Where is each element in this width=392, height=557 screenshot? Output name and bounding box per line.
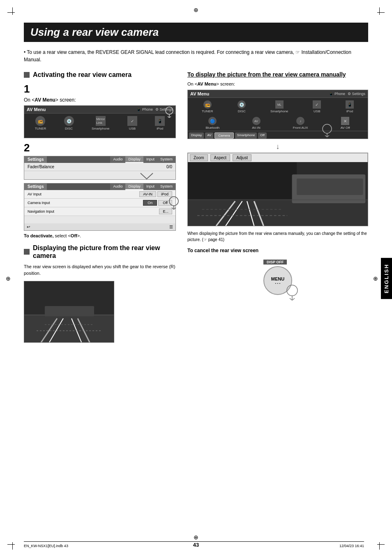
disc-icon-right: 💿 DISC xyxy=(238,100,246,113)
fader-label: Fader/Balance xyxy=(28,165,54,169)
adjust-btn[interactable]: Adjust xyxy=(233,154,251,161)
av-in-icon-right: AV AV-IN xyxy=(252,117,260,130)
phone-icon-right: 📱 Phone xyxy=(329,92,345,96)
intro-main: To use a rear view camera, the REVERSE G… xyxy=(27,49,294,55)
usb-icon-right: ✓ USB xyxy=(313,100,321,113)
settings-label1: Settings xyxy=(24,156,47,163)
display-tab1: Display xyxy=(125,156,143,163)
touch-hand-camera-icon xyxy=(168,196,180,210)
intro-text: • To use a rear view camera, the REVERSE… xyxy=(24,49,368,63)
two-col-layout: Activating the rear view camera 1 On <AV… xyxy=(24,71,368,343)
svg-point-18 xyxy=(323,124,332,133)
tuner-icon: 📻 TUNER xyxy=(35,116,46,130)
menu-button-wrap: DISP OFF MENU • • • xyxy=(187,258,368,295)
disc-icon: 💿 DISC xyxy=(64,116,74,130)
av-bottom-row-right: Display AV Camera Smartphone Off xyxy=(188,131,368,139)
settings-icon-right: ⚙ Settings xyxy=(348,92,365,96)
audio-tab1: Audio xyxy=(110,156,125,163)
av-menu-screen-right-top: AV Menu 📱 Phone ⚙ Settings 📻 TUNER 💿 DIS… xyxy=(187,90,368,139)
av-icons-row-right-1: 📻 TUNER 💿 DISC ML Smartphone ✓ USB xyxy=(188,98,368,116)
av-input-row: AV Input AV-IN iPod xyxy=(24,190,175,199)
off-bottom-btn[interactable]: Off xyxy=(258,132,267,139)
right-camera-svg xyxy=(188,162,368,226)
section2-heading: Displaying the picture from the rear vie… xyxy=(24,244,176,260)
front-aux-icon-right: ♪ Front AUX xyxy=(293,117,308,130)
left-column: Activating the rear view camera 1 On <AV… xyxy=(24,71,176,343)
display-tab2: Display xyxy=(125,183,143,190)
ui-header-title: AV Menu xyxy=(27,107,46,112)
zoom-btn[interactable]: Zoom xyxy=(190,154,208,161)
arrow-down-icon xyxy=(138,172,155,180)
smartphone-icon: MirrorLink Smartphone xyxy=(92,116,110,130)
ipod-icon: 📱 iPod xyxy=(155,116,165,130)
input-tab1: Input xyxy=(143,156,157,163)
section2-box-icon xyxy=(24,249,30,255)
zoom-toolbar: Zoom Aspect Adjust xyxy=(188,153,368,162)
right-sub-text: On <AV Menu> screen: xyxy=(187,81,368,86)
smartphone-bottom-btn[interactable]: Smartphone xyxy=(235,132,257,139)
svg-line-37 xyxy=(292,298,295,300)
touch-hand-menu-icon xyxy=(286,285,302,301)
nav-input-label: Navigation Input xyxy=(28,209,159,214)
svg-rect-9 xyxy=(24,314,114,342)
section-box-icon xyxy=(24,72,30,78)
section2-title: Displaying the picture from the rear vie… xyxy=(33,244,176,260)
step2: 2 Settings Audio Display Input System Fa… xyxy=(24,142,176,231)
ui-header: AV Menu 📱 Phone ⚙ Settings xyxy=(24,106,175,114)
av-input-label: AV Input xyxy=(28,192,139,196)
language-tab: ENGLISH xyxy=(381,258,392,299)
step1-instruction: On <AV Menu> screen: xyxy=(24,97,176,103)
page-number: 43 xyxy=(193,542,199,548)
step2-num: 2 xyxy=(24,142,176,154)
bluetooth-icon-right: 🔵 Bluetooth xyxy=(206,117,220,130)
menu-button-dots: • • • xyxy=(275,281,281,285)
footer-left: EN_KW-NSX1[EU].indb 43 xyxy=(24,544,68,548)
rear-view-text: The rear view screen is displayed when y… xyxy=(24,263,176,277)
svg-line-36 xyxy=(290,298,292,300)
step1-num: 1 xyxy=(24,83,176,95)
av-icons-row: 📻 TUNER 💿 DISC MirrorLink Smartphone xyxy=(24,114,175,133)
input-tab2: Input xyxy=(143,183,157,190)
menu-btn[interactable]: ☰ xyxy=(169,225,173,229)
settings-label2: Settings xyxy=(24,183,47,190)
smartphone-icon-right: ML Smartphone xyxy=(270,100,288,113)
right-column: To display the picture from the rear vie… xyxy=(187,71,368,343)
cancel-heading: To cancel the rear view screen xyxy=(187,248,368,253)
on-btn[interactable]: On xyxy=(143,200,157,206)
system-tab1: System xyxy=(157,156,175,163)
top-crosshair: ⊕ xyxy=(194,7,198,13)
touch-hand-av-icon xyxy=(321,124,333,138)
deactivate-note: To deactivate, select <Off>. xyxy=(24,233,176,238)
system-tab2: System xyxy=(157,183,175,190)
display-bottom-btn[interactable]: Display xyxy=(189,132,204,139)
svg-rect-15 xyxy=(45,306,94,316)
nav-input-row: Navigation Input E... xyxy=(24,207,175,216)
step1: 1 On <AV Menu> screen: AV Menu 📱 Phone ⚙… xyxy=(24,83,176,138)
av-menu-screen-step1: AV Menu 📱 Phone ⚙ Settings xyxy=(24,105,176,138)
touch-hand-icon xyxy=(165,107,174,118)
av-menu-header-right: AV Menu 📱 Phone ⚙ Settings xyxy=(188,90,368,98)
av-header-icons-right: 📱 Phone ⚙ Settings xyxy=(329,92,365,96)
svg-point-34 xyxy=(287,285,297,296)
bottom-crosshair: ⊕ xyxy=(194,534,198,541)
back-btn[interactable]: ↩ xyxy=(27,225,30,229)
section2: Displaying the picture from the rear vie… xyxy=(24,244,176,342)
audio-tab2: Audio xyxy=(110,183,125,190)
av-bottom-btn[interactable]: AV xyxy=(205,132,213,139)
section1-heading: Activating the rear view camera xyxy=(24,71,176,79)
svg-point-4 xyxy=(169,197,178,206)
av-icons-row-right-2: 🔵 Bluetooth AV AV-IN ♪ Front AUX ✕ AV Of… xyxy=(188,116,368,131)
camera-bottom-btn[interactable]: Camera xyxy=(214,132,233,139)
rear-camera-svg-left xyxy=(24,281,114,342)
usb-icon: ✓ USB xyxy=(127,116,137,130)
av-off-icon-right: ✕ AV Off xyxy=(341,117,350,130)
menu-button-container: DISP OFF MENU • • • xyxy=(263,258,292,295)
phone-icon: 📱 Phone xyxy=(136,107,153,111)
right-camera-image xyxy=(188,162,368,226)
left-crosshair: ⊕ xyxy=(6,275,11,282)
right-crosshair: ⊕ xyxy=(373,275,378,282)
page-title: Using a rear view camera xyxy=(24,23,368,42)
manual-display-heading: To display the picture from the rear vie… xyxy=(187,71,368,78)
aspect-btn[interactable]: Aspect xyxy=(210,154,231,161)
camera-input-row: Camera Input On Off xyxy=(24,199,175,207)
